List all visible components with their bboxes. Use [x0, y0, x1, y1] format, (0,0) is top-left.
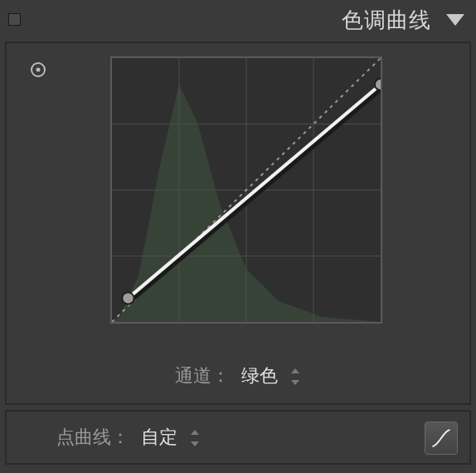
- point-curve-stepper[interactable]: [191, 430, 201, 446]
- tone-curve-area: 通道： 绿色: [5, 41, 471, 405]
- curve-graph[interactable]: [110, 56, 382, 324]
- channel-value[interactable]: 绿色: [241, 365, 278, 386]
- panel-toggle[interactable]: [8, 13, 21, 26]
- panel-header[interactable]: 色调曲线: [0, 0, 476, 40]
- chevron-up-icon[interactable]: [191, 430, 199, 435]
- point-curve-label: 点曲线：: [56, 427, 129, 447]
- curve-point-highlight[interactable]: [375, 79, 381, 90]
- panel-title: 色调曲线: [342, 6, 431, 35]
- chevron-up-icon[interactable]: [291, 368, 299, 373]
- point-curve-value[interactable]: 自定: [141, 427, 177, 447]
- chevron-down-icon[interactable]: [446, 14, 464, 26]
- edit-point-curve-button[interactable]: [425, 422, 458, 455]
- chevron-down-icon[interactable]: [291, 380, 299, 385]
- svg-point-1: [36, 68, 41, 72]
- channel-row: 通道： 绿色: [7, 363, 469, 388]
- channel-stepper[interactable]: [291, 368, 301, 385]
- curve-point-shadow[interactable]: [122, 292, 134, 304]
- curve-icon: [430, 427, 452, 449]
- target-adjustment-icon[interactable]: [30, 61, 46, 78]
- chevron-down-icon[interactable]: [191, 441, 199, 446]
- channel-label: 通道：: [175, 365, 230, 386]
- point-curve-row: 点曲线： 自定: [5, 410, 471, 465]
